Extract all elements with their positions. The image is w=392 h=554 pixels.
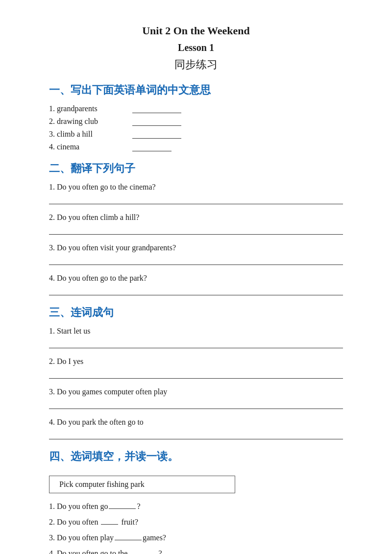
section-1: 一、写出下面英语单词的中文意思 1. grandparents 2. drawi… bbox=[49, 83, 343, 151]
vocab-word: 1. grandparents bbox=[49, 104, 127, 113]
list-item: 1. Start let us bbox=[49, 327, 343, 348]
vocab-word: 3. climb a hill bbox=[49, 130, 127, 139]
question-text: 4. Do you park the often go to bbox=[49, 418, 343, 427]
list-item: 2. Do you often climb a hill? bbox=[49, 213, 343, 235]
list-item: 1. grandparents bbox=[49, 104, 343, 113]
fill-text: 2. Do you often fruit? bbox=[49, 518, 138, 526]
list-item: 1. Do you often go? bbox=[49, 500, 343, 511]
question-text: 2. Do you often climb a hill? bbox=[49, 213, 343, 222]
subtitle: 同步练习 bbox=[49, 57, 343, 72]
word-bank: Pick computer fishing park bbox=[49, 476, 235, 493]
section-3-heading: 三、连词成句 bbox=[49, 305, 343, 320]
answer-line bbox=[49, 254, 343, 265]
list-item: 1. Do you often go to the cinema? bbox=[49, 183, 343, 204]
section-2-heading: 二、翻译下列句子 bbox=[49, 161, 343, 176]
answer-blank bbox=[101, 516, 118, 525]
list-item: 2. Do I yes bbox=[49, 357, 343, 379]
question-text: 1. Do you often go to the cinema? bbox=[49, 183, 343, 192]
section-3: 三、连词成句 1. Start let us 2. Do I yes 3. Do… bbox=[49, 305, 343, 439]
answer-line bbox=[49, 337, 343, 348]
question-text: 2. Do I yes bbox=[49, 357, 343, 366]
answer-line bbox=[49, 368, 343, 379]
vocab-word: 2. drawing club bbox=[49, 117, 127, 126]
section-4: 四、选词填空，并读一读。 Pick computer fishing park … bbox=[49, 449, 343, 554]
section-4-heading: 四、选词填空，并读一读。 bbox=[49, 449, 343, 464]
answer-blank bbox=[109, 500, 136, 509]
answer-blank bbox=[132, 130, 181, 139]
answer-blank bbox=[130, 547, 157, 554]
list-item: 3. Do you often visit your grandparents? bbox=[49, 243, 343, 265]
section-2: 二、翻译下列句子 1. Do you often go to the cinem… bbox=[49, 161, 343, 295]
fill-text: 4. Do you often go to the ? bbox=[49, 549, 162, 554]
list-item: 4. Do you often go to the ? bbox=[49, 547, 343, 554]
answer-line bbox=[49, 285, 343, 295]
question-text: 3. Do you often visit your grandparents? bbox=[49, 243, 343, 252]
answer-blank bbox=[132, 117, 181, 126]
answer-line bbox=[49, 398, 343, 409]
answer-line bbox=[49, 429, 343, 439]
list-item: 3. climb a hill bbox=[49, 130, 343, 139]
list-item: 2. Do you often fruit? bbox=[49, 516, 343, 527]
vocab-word: 4. cinema bbox=[49, 143, 127, 151]
list-item: 3. Do you games computer often play bbox=[49, 387, 343, 409]
question-text: 3. Do you games computer often play bbox=[49, 387, 343, 396]
fill-text: 1. Do you often go? bbox=[49, 502, 141, 510]
fill-text: 3. Do you often playgames? bbox=[49, 533, 166, 542]
answer-line bbox=[49, 224, 343, 235]
answer-line bbox=[49, 193, 343, 204]
list-item: 4. Do you often go to the park? bbox=[49, 274, 343, 295]
list-item: 4. cinema bbox=[49, 143, 343, 151]
question-text: 4. Do you often go to the park? bbox=[49, 274, 343, 283]
answer-blank bbox=[132, 104, 181, 113]
answer-blank bbox=[132, 143, 172, 151]
list-item: 4. Do you park the often go to bbox=[49, 418, 343, 439]
list-item: 2. drawing club bbox=[49, 117, 343, 126]
lesson-title: Lesson 1 bbox=[49, 42, 343, 53]
list-item: 3. Do you often playgames? bbox=[49, 531, 343, 542]
page-title: Unit 2 On the Weekend bbox=[49, 24, 343, 37]
question-text: 1. Start let us bbox=[49, 327, 343, 336]
answer-blank bbox=[115, 531, 142, 540]
section-1-heading: 一、写出下面英语单词的中文意思 bbox=[49, 83, 343, 97]
